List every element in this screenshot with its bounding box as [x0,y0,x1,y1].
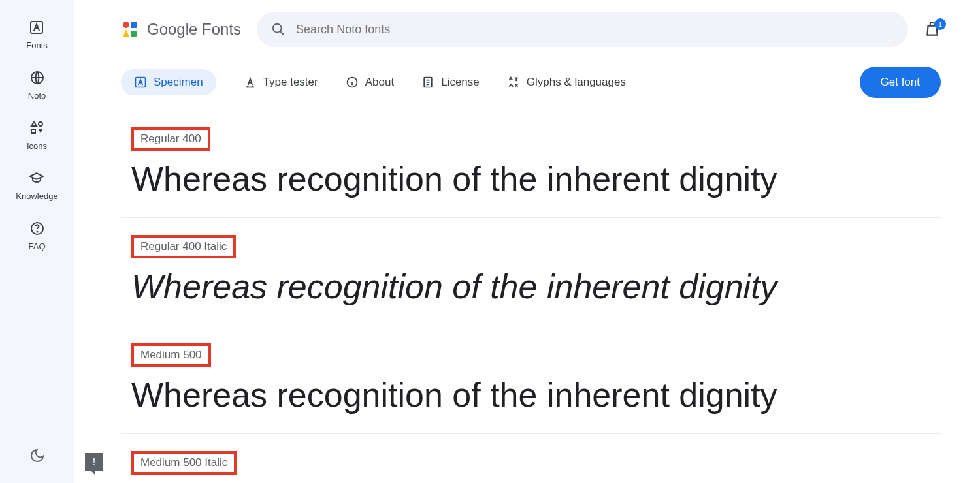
feedback-button[interactable]: ! [85,453,103,471]
topbar: Google Fonts 1 [74,0,980,59]
sidebar-item-icons[interactable]: Icons [27,119,47,151]
style-block: Medium 500Whereas recognition of the inh… [121,326,941,434]
shopping-bag-button[interactable]: 1 [924,21,941,38]
google-fonts-logo-icon [121,20,140,39]
svg-rect-3 [31,129,35,133]
sidebar-label: Noto [28,91,46,101]
sidebar-label: Fonts [26,40,48,50]
logo[interactable]: Google Fonts [121,20,241,39]
sample-text[interactable]: Whereas recognition of the inherent dign… [121,159,941,199]
sidebar-label: FAQ [28,242,45,251]
license-icon [421,76,434,89]
get-font-button[interactable]: Get font [860,67,941,98]
tab-label: Type tester [263,76,318,89]
style-label-highlight: Medium 500 Italic [131,451,237,475]
sidebar-label: Icons [27,141,47,151]
tab-label: Glyphs & languages [527,76,626,89]
svg-rect-7 [131,22,137,28]
sidebar-item-fonts[interactable]: Fonts [26,18,48,50]
style-label-highlight: Regular 400 Italic [131,235,236,258]
svg-point-2 [39,122,42,126]
tab-license[interactable]: License [421,69,480,95]
svg-rect-8 [131,31,137,37]
logo-text-fonts: Fonts [202,20,241,38]
specimen-icon [134,76,147,89]
dark-mode-icon[interactable] [29,448,45,463]
svg-point-6 [123,22,129,28]
search-icon [271,22,286,37]
style-label-highlight: Medium 500 [131,343,211,367]
sidebar-label: Knowledge [16,191,57,201]
style-block: Regular 400 ItalicWhereas recognition of… [121,218,941,326]
svg-point-5 [37,232,37,232]
type-tester-icon [244,76,257,89]
sidebar: Fonts Noto Icons Knowledge FAQ [0,0,74,483]
fonts-icon [27,18,46,37]
main: Google Fonts 1 Specimen Type tester [74,0,980,483]
help-icon [28,219,46,238]
sidebar-item-knowledge[interactable]: Knowledge [16,169,57,201]
tab-label: About [365,76,394,89]
sample-text[interactable]: Whereas recognition of the inherent dign… [121,266,941,307]
globe-icon [28,69,46,87]
glyphs-icon [507,76,520,89]
logo-text: Google Fonts [147,20,241,39]
feedback-icon: ! [93,456,95,468]
tabs-row: Specimen Type tester About License Glyph… [74,59,980,110]
search-input[interactable] [296,23,894,37]
tab-glyphs[interactable]: Glyphs & languages [507,69,626,95]
tab-label: License [441,76,480,89]
tab-about[interactable]: About [346,69,394,95]
sidebar-item-faq[interactable]: FAQ [28,219,46,251]
logo-text-google: Google [147,20,202,38]
info-icon [346,76,359,89]
tab-label: Specimen [154,76,203,89]
graduation-icon [27,169,46,187]
svg-point-9 [273,24,282,33]
tab-type-tester[interactable]: Type tester [244,69,318,95]
shapes-icon [27,119,46,137]
style-block: Medium 500 Italic [121,434,941,483]
style-block: Regular 400Whereas recognition of the in… [121,110,941,218]
sidebar-item-noto[interactable]: Noto [28,69,46,101]
sample-text[interactable]: Whereas recognition of the inherent dign… [121,375,941,415]
bag-count-badge: 1 [934,18,946,30]
tab-specimen[interactable]: Specimen [121,69,216,95]
specimen-content[interactable]: Regular 400Whereas recognition of the in… [74,110,980,483]
style-label-highlight: Regular 400 [131,127,210,151]
search-bar[interactable] [257,12,908,47]
